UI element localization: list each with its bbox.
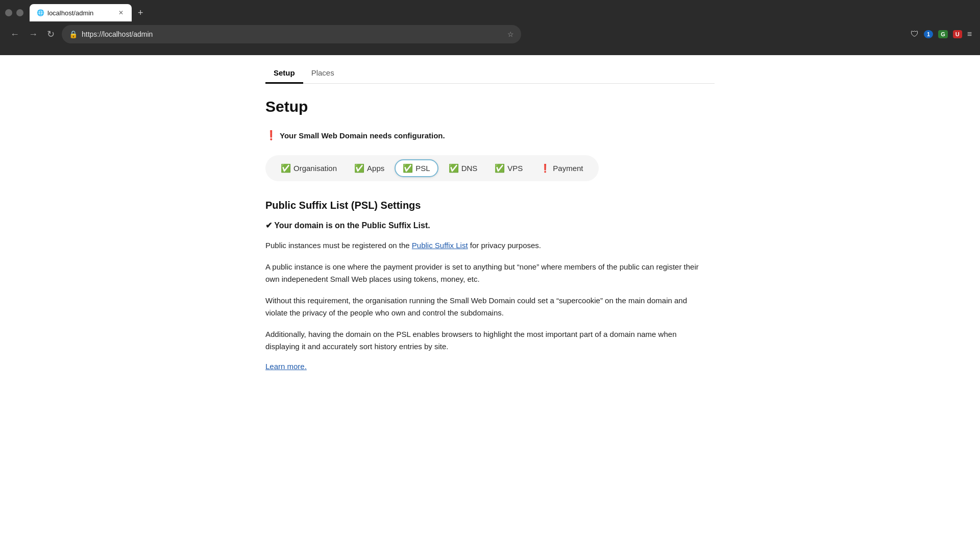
paragraph-3: Without this requirement, the organisati… [265,295,709,319]
paragraph-4: Additionally, having the domain on the P… [265,328,709,353]
lock-icon: 🔒 [69,30,78,38]
tab-setup[interactable]: Setup [265,63,303,84]
bookmark-star-icon[interactable]: ☆ [507,30,514,38]
minimize-window-btn[interactable] [16,9,23,16]
domain-status-text: ✔ Your domain is on the Public Suffix Li… [265,221,430,230]
warning-text: Your Small Web Domain needs configuratio… [280,131,445,140]
ext-badge-red[interactable]: U [953,30,962,38]
step-organisation[interactable]: ✅ Organisation [274,160,344,176]
address-bar-row: ← → ↻ 🔒 https://localhost/admin ☆ 🛡 1 G … [0,21,980,47]
step-payment-check-icon: ❗ [540,163,550,173]
step-apps-label: Apps [367,164,384,173]
step-psl[interactable]: ✅ PSL [395,159,438,177]
shield-icon[interactable]: 🛡 [911,30,919,39]
menu-icon[interactable]: ≡ [967,30,972,39]
back-button[interactable]: ← [8,28,21,41]
step-payment[interactable]: ❗ Payment [533,160,590,176]
step-vps[interactable]: ✅ VPS [487,160,530,176]
step-vps-check-icon: ✅ [495,163,505,173]
paragraph-2: A public instance is one where the payme… [265,261,709,285]
step-dns-check-icon: ✅ [449,163,459,173]
tab-close-btn[interactable]: ✕ [117,8,125,17]
refresh-button[interactable]: ↻ [45,28,57,41]
close-window-btn[interactable]: ✕ [5,9,12,16]
step-dns-label: DNS [461,164,478,173]
step-psl-check-icon: ✅ [403,163,413,173]
browser-chrome: ✕ 🌐 localhost/admin ✕ + ← → ↻ 🔒 https://… [0,0,980,55]
step-org-label: Organisation [293,164,337,173]
step-dns[interactable]: ✅ DNS [442,160,485,176]
tab-title: localhost/admin [47,9,93,17]
forward-button[interactable]: → [27,28,40,41]
address-bar[interactable]: 🔒 https://localhost/admin ☆ [62,25,521,43]
step-org-check-icon: ✅ [281,163,291,173]
section-title: Public Suffix List (PSL) Settings [265,200,715,211]
tab-bar: ✕ 🌐 localhost/admin ✕ + [0,0,980,21]
step-psl-label: PSL [415,164,430,173]
step-vps-label: VPS [507,164,523,173]
psl-link[interactable]: Public Suffix List [412,241,468,250]
page-content: Setup Places Setup ❗ Your Small Web Doma… [245,55,735,402]
toolbar-right: 🛡 1 G U ≡ [911,30,972,39]
domain-status: ✔ Your domain is on the Public Suffix Li… [265,221,715,230]
tab-places[interactable]: Places [303,63,342,84]
page-title: Setup [265,98,715,115]
warning-banner: ❗ Your Small Web Domain needs configurat… [265,130,715,141]
page-tabs: Setup Places [265,63,715,84]
address-text: https://localhost/admin [82,30,503,38]
learn-more-link[interactable]: Learn more. [265,362,307,371]
ext-badge-blue[interactable]: 1 [924,30,933,38]
window-controls: ✕ [5,9,23,16]
step-nav: ✅ Organisation ✅ Apps ✅ PSL ✅ DNS ✅ VPS … [265,155,599,181]
warning-icon: ❗ [265,130,277,141]
browser-tab[interactable]: 🌐 localhost/admin ✕ [30,4,132,21]
ext-badge-green[interactable]: G [938,30,948,38]
paragraph-1: Public instances must be registered on t… [265,239,709,252]
step-payment-label: Payment [553,164,583,173]
tab-site-icon: 🌐 [37,9,44,16]
para1-before: Public instances must be registered on t… [265,241,412,250]
step-apps-check-icon: ✅ [354,163,364,173]
step-apps[interactable]: ✅ Apps [347,160,391,176]
para1-after: for privacy purposes. [468,241,541,250]
new-tab-button[interactable]: + [134,6,148,20]
